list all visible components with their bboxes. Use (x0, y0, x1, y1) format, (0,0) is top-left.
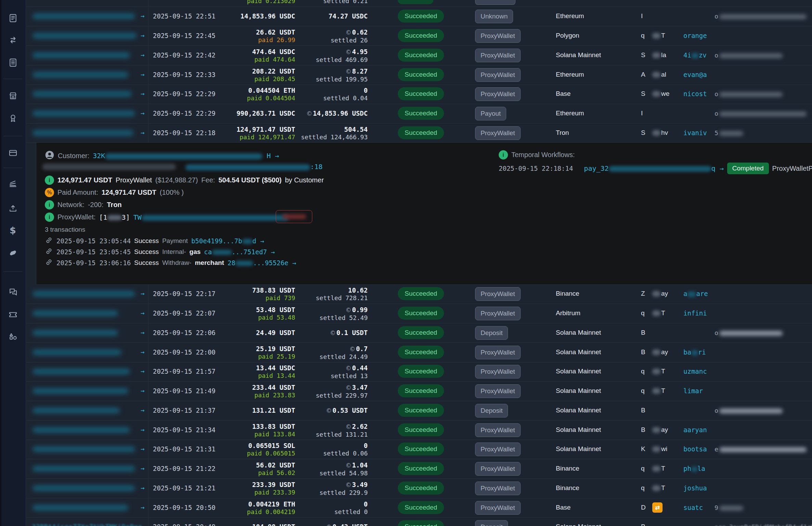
customer-email-link[interactable]: phla (683, 465, 705, 472)
payment-id-blurred[interactable] (32, 388, 128, 394)
wallet-type-badge[interactable]: ProxyWallet (475, 423, 521, 437)
customer-email-link[interactable]: joshua (683, 484, 707, 492)
wallet-type-badge[interactable]: ProxyWallet (475, 462, 521, 476)
payment-id-blurred[interactable] (32, 310, 118, 316)
open-payment-arrow-icon[interactable]: → (141, 445, 144, 452)
payment-id-blurred[interactable] (32, 369, 130, 374)
temporal-workflow-link[interactable]: pay_32q → (584, 164, 723, 172)
payment-id-blurred[interactable] (32, 330, 118, 336)
customer-email-link[interactable]: aare (683, 290, 708, 297)
wallet-type-badge[interactable]: ProxyWallet (475, 68, 521, 82)
receipt-icon[interactable] (7, 12, 19, 24)
fee-cell: 504.54settled 124,466.93 (278, 126, 368, 141)
payment-id-blurred[interactable] (32, 408, 120, 413)
customer-email-link[interactable]: aaryan (683, 426, 707, 434)
open-payment-arrow-icon[interactable]: → (141, 367, 144, 375)
wallet-type-badge[interactable]: Payout (475, 107, 506, 120)
open-payment-arrow-icon[interactable]: → (141, 387, 144, 394)
wallet-type-badge[interactable]: ProxyWallet (475, 482, 521, 495)
open-payment-arrow-icon[interactable]: → (141, 129, 144, 136)
network-label: Arbitrum (556, 309, 580, 317)
tx-hash-link[interactable]: b50e4199...7bd → (191, 237, 264, 245)
payment-id-blurred[interactable] (32, 291, 135, 297)
wallet-type-badge[interactable]: ProxyWallet (475, 126, 521, 140)
customer-email-link[interactable]: orange (683, 32, 707, 39)
open-payment-arrow-icon[interactable]: → (141, 51, 144, 59)
wallet-type-badge[interactable]: ProxyWallet (475, 87, 521, 101)
shapes-icon[interactable] (7, 331, 19, 342)
customer-email-link[interactable]: 4izv (683, 51, 707, 59)
open-payment-arrow-icon[interactable]: → (141, 109, 144, 117)
customer-link[interactable]: 32K H → (93, 152, 279, 160)
wallet-type-badge[interactable]: ProxyWallet (475, 365, 521, 379)
wallet-type-badge[interactable]: ProxyWallet (475, 501, 521, 515)
open-payment-arrow-icon[interactable]: → (141, 348, 144, 356)
puzzle-icon[interactable] (7, 247, 19, 259)
upload-icon[interactable] (7, 202, 19, 214)
wallet-type-badge[interactable]: ProxyWallet (475, 307, 521, 320)
payment-id-link[interactable]: 32RBtAjsgeZZXeZtVhTMKiDePge (32, 523, 142, 526)
open-payment-arrow-icon[interactable]: → (141, 90, 144, 97)
invoice-icon[interactable] (7, 57, 19, 68)
customer-address-link[interactable]: :18 (185, 163, 323, 171)
dollar-icon[interactable]: $ (7, 224, 19, 236)
customer-email-link[interactable]: evan@a (683, 71, 707, 78)
ticket-icon[interactable] (7, 308, 19, 320)
card-icon[interactable] (7, 147, 19, 159)
customer-email-link[interactable]: suatc (683, 504, 703, 511)
payment-id-blurred[interactable] (32, 427, 130, 433)
customer-email-link[interactable]: limar (683, 387, 703, 395)
tx-hash-link[interactable]: ca...751ed7 → (204, 248, 275, 256)
open-payment-arrow-icon[interactable]: → (141, 464, 144, 472)
wallet-type-badge[interactable]: Unknown (475, 10, 513, 23)
wallet-type-badge[interactable]: ProxyWallet (475, 287, 521, 301)
detail-action-button[interactable] (276, 210, 312, 223)
customer-email-link[interactable]: uzmanc (683, 368, 707, 375)
payment-id-blurred[interactable] (32, 349, 121, 355)
payment-id-blurred[interactable] (32, 485, 135, 491)
tx-hash-link[interactable]: 28...95526e → (227, 259, 296, 267)
open-payment-arrow-icon[interactable]: → (141, 523, 144, 526)
proxywallet-address-link[interactable]: TW (133, 213, 289, 221)
open-payment-arrow-icon[interactable]: → (141, 70, 144, 78)
wallet-type-badge[interactable]: ProxyWallet (475, 346, 521, 359)
wallet-type-badge[interactable]: ProxyWallet (475, 442, 521, 456)
payment-id-blurred[interactable] (32, 52, 130, 58)
payment-id-blurred[interactable] (32, 466, 135, 472)
open-payment-arrow-icon[interactable]: → (141, 503, 144, 511)
chat-icon[interactable] (7, 286, 19, 297)
transfer-icon[interactable] (7, 34, 19, 46)
customer-email-link[interactable]: bari (683, 348, 706, 356)
store-icon[interactable] (7, 90, 19, 102)
payment-id-blurred[interactable] (32, 446, 135, 452)
open-payment-arrow-icon[interactable]: → (141, 329, 144, 336)
payment-id-blurred[interactable] (32, 111, 135, 116)
wallet-type-badge[interactable]: ProxyWallet (475, 384, 521, 398)
network-label: Solana Mainnet (556, 368, 601, 375)
payment-id-blurred[interactable] (32, 72, 128, 78)
payment-id-blurred[interactable] (32, 130, 133, 136)
open-payment-arrow-icon[interactable]: → (141, 31, 144, 39)
payment-id-blurred[interactable] (32, 33, 137, 39)
customer-email-link[interactable]: bootsa (683, 445, 707, 453)
wallet-type-badge[interactable]: ProxyWallet (475, 49, 521, 62)
open-payment-arrow-icon[interactable]: → (141, 484, 144, 491)
wallet-type-badge[interactable]: ProxyWallet (475, 29, 521, 43)
customer-email-link[interactable]: ivaniv (683, 129, 707, 137)
open-payment-arrow-icon[interactable]: → (141, 406, 144, 414)
wallet-type-badge[interactable]: Deposit (475, 404, 508, 418)
open-payment-arrow-icon[interactable]: → (141, 309, 144, 317)
badge-icon[interactable] (7, 112, 19, 124)
open-payment-arrow-icon[interactable]: → (141, 426, 144, 433)
customer-email-link[interactable]: nicost (683, 90, 707, 98)
open-payment-arrow-icon[interactable]: → (141, 290, 144, 297)
stack-icon[interactable] (7, 177, 19, 189)
open-payment-arrow-icon[interactable]: → (141, 12, 144, 20)
customer-email-link[interactable]: infini (683, 309, 707, 317)
payment-id-blurred[interactable] (32, 505, 128, 511)
wallet-type-badge[interactable]: Deposit (475, 326, 508, 340)
payment-id-blurred[interactable] (32, 91, 132, 97)
payment-id-blurred[interactable] (32, 13, 135, 19)
status-badge: Succeeded (398, 365, 444, 378)
wallet-type-badge[interactable]: Deposit (475, 520, 508, 526)
